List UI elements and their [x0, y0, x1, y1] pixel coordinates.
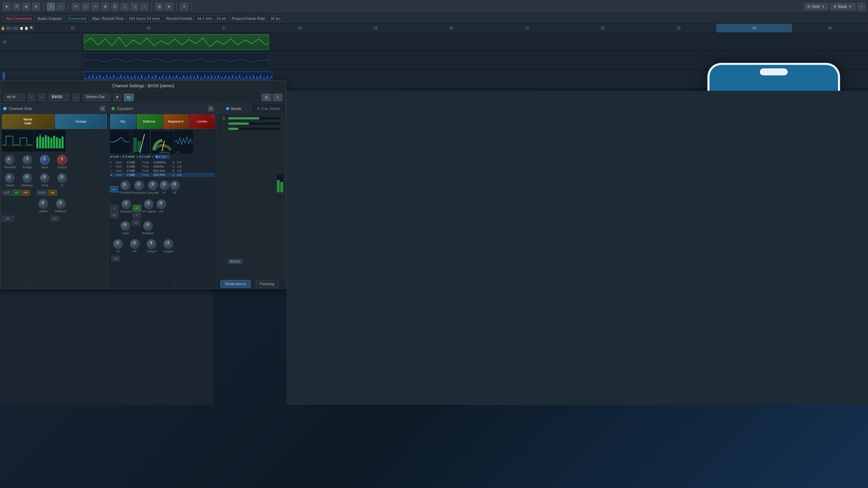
cs-link-btn[interactable]: ⇆ — [124, 94, 134, 101]
hf2-knob[interactable] — [156, 199, 166, 209]
ng-input-knob[interactable] — [40, 155, 50, 165]
threshld-ds-knob[interactable] — [118, 179, 132, 192]
dropdown-btn[interactable]: ▼ — [3, 3, 10, 10]
ng-release-knob[interactable] — [22, 173, 32, 183]
eq-next-btn[interactable]: ↑ — [146, 280, 153, 287]
cs-input-selector[interactable]: eo In — [4, 94, 25, 101]
plugin-vintage[interactable]: Vintage — [55, 114, 107, 129]
s2-btn[interactable]: S — [133, 212, 141, 218]
lf2-knob[interactable] — [113, 239, 123, 249]
ar-ds-btn[interactable]: AR — [132, 220, 140, 226]
vintage-sc-btn[interactable]: SC — [51, 216, 59, 221]
strip-prev-btn[interactable]: ↑ — [24, 280, 31, 287]
reduction-knob[interactable] — [134, 180, 144, 190]
play-cursor-tool[interactable]: ◁ — [131, 3, 138, 10]
ruler-counter-value: 22 / 22 — [6, 26, 18, 30]
cs-back-btn[interactable]: ← — [38, 94, 46, 101]
eq-options-btn[interactable]: ⊕ — [208, 106, 214, 111]
eq-next3-btn[interactable]: ↑ — [199, 280, 206, 287]
hf3-knob[interactable] — [130, 239, 140, 249]
ng-sc-btn[interactable]: SC — [2, 216, 14, 221]
plugin-eq-slot[interactable]: EQ — [110, 114, 136, 129]
plugin-deesser-slot[interactable]: DeEsser — [137, 114, 162, 129]
hf-adjust-knob[interactable] — [144, 199, 154, 209]
hf-knob[interactable] — [170, 180, 180, 190]
panning-tab[interactable]: Panning — [256, 280, 279, 288]
strip-options-btn[interactable]: ⊕ — [100, 106, 105, 111]
cs-route-btn[interactable]: ⊞ — [262, 94, 271, 101]
eq-4hi-dropdown[interactable]: ▼ — [119, 155, 122, 158]
mute-tool[interactable]: ♫ — [121, 3, 128, 10]
eq-sc-btn[interactable]: SC — [111, 256, 120, 261]
cs-forward-btn[interactable]: → — [72, 94, 80, 101]
pch-btn[interactable]: PCH — [37, 190, 47, 195]
v-release-knob[interactable] — [56, 199, 66, 209]
at-btn[interactable]: AT — [110, 186, 118, 192]
eq-3hmf-dropdown[interactable]: ▼ — [135, 155, 138, 158]
dif-btn[interactable]: DIF — [110, 212, 118, 218]
eq-next2-btn[interactable]: ↑ — [172, 280, 179, 287]
strip-next-btn[interactable]: ↑ — [78, 280, 84, 287]
scissors-tool[interactable]: ✂ — [91, 3, 99, 10]
color-tool[interactable]: → — [140, 3, 148, 10]
frame-rate-group: Project Frame Rate 30 fps — [232, 16, 283, 21]
af-btn[interactable]: AF — [13, 190, 21, 195]
track-content-1[interactable] — [80, 33, 868, 51]
grid-select[interactable]: ⊞ Grid ▼ — [804, 3, 829, 10]
refresh-btn[interactable]: ↺ — [13, 3, 20, 10]
noise-gate-waveform — [2, 131, 32, 150]
cs-output-selector[interactable]: Stereo Out — [83, 94, 111, 101]
eq-prev-btn[interactable]: ↑ — [119, 280, 126, 287]
tool-dropdown-btn[interactable]: ▼ — [32, 3, 40, 10]
cs-input-arrow[interactable]: ← — [28, 94, 35, 101]
mag-release-knob[interactable] — [143, 221, 153, 231]
mag-input-knob[interactable] — [120, 221, 130, 231]
hf-active-btn[interactable]: HF — [133, 205, 141, 211]
glue-tool[interactable]: ⊕ — [101, 3, 109, 10]
track-clip-2a[interactable] — [84, 53, 269, 68]
pencil-tool[interactable]: ✏ — [72, 3, 80, 10]
ar-btn-ng[interactable]: AR — [21, 190, 30, 195]
lst-btn[interactable]: LST — [2, 190, 12, 195]
metronome-btn[interactable]: ○ — [858, 3, 865, 10]
ng-output-knob[interactable] — [57, 155, 67, 165]
tool-btn-1[interactable]: ◈ — [22, 3, 30, 10]
output-ds-knob[interactable] — [147, 239, 156, 249]
plugin-limiter-slot[interactable]: ↓ Limiter — [189, 114, 215, 129]
cs-channel-name[interactable]: BASS — [49, 94, 69, 101]
lf-knob[interactable] — [160, 180, 169, 190]
select-tool[interactable]: ↖ — [47, 3, 55, 10]
trim-tool[interactable]: ↑ — [57, 3, 65, 10]
threshld-knob[interactable] — [3, 153, 16, 167]
zoom-tool[interactable]: ☰ — [111, 3, 119, 10]
track-clip-1a[interactable] — [84, 34, 269, 50]
sends-tab[interactable]: Sends — [217, 104, 251, 113]
hf2-knob-container: HF — [156, 199, 166, 213]
snap-dropdown[interactable]: ▼ — [165, 3, 173, 10]
ruler-marks-area[interactable]: 25 26 27 28 29 30 31 32 33 34 35 — [35, 24, 868, 32]
destinations-tab[interactable]: Destinations — [220, 280, 251, 288]
beat-select[interactable]: ⊕ Beat ▼ — [830, 3, 855, 10]
eq-1lo-dropdown[interactable]: ▼ — [166, 155, 169, 158]
ng-attack-knob[interactable] — [3, 172, 16, 184]
s-btn[interactable]: S — [110, 205, 118, 211]
saturate-knob[interactable] — [148, 180, 158, 190]
eraser-tool[interactable]: ◻ — [82, 3, 89, 10]
plugin-noise-gate[interactable]: Noise Gate — [2, 114, 54, 129]
ng-q-knob[interactable] — [57, 173, 67, 183]
eq-2lmf-label: 2 LMF — [142, 155, 151, 158]
release-ds-knob[interactable] — [122, 199, 131, 209]
ar-btn-vintage[interactable]: AR — [48, 190, 57, 195]
range-knob[interactable] — [22, 154, 33, 165]
output2-ds-knob[interactable] — [163, 239, 173, 249]
cue-sends-tab[interactable]: Cue Sends — [251, 104, 286, 113]
ng-freq-knob[interactable] — [40, 173, 50, 183]
cs-settings-btn[interactable]: ≡ — [273, 94, 282, 101]
plugin-magneto-slot[interactable]: Magneto II — [163, 114, 189, 129]
cs-output-dropdown[interactable]: ▼ — [113, 94, 121, 101]
eq-1lo-params: ● Gain 2.0dB Freq 228.7Hz Q 1.0 — [110, 173, 215, 177]
crosshair-tool[interactable]: ✕ — [180, 3, 188, 10]
eq-2lmf-dropdown[interactable]: ▼ — [151, 155, 154, 158]
v-attack-knob[interactable] — [38, 199, 48, 209]
snap-btn[interactable]: ⊞ — [155, 3, 163, 10]
